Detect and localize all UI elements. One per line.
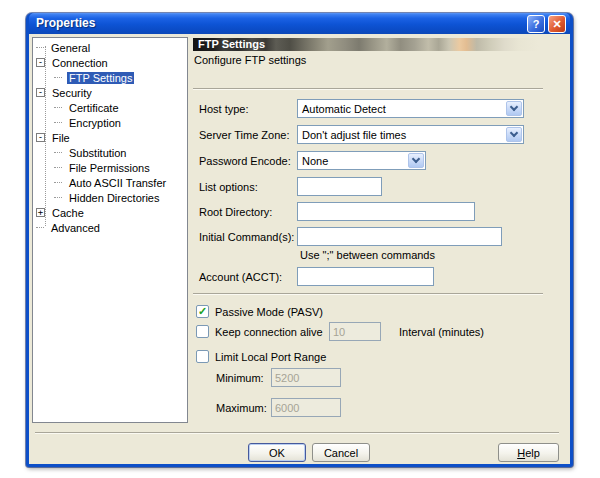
maximum-port-input: [271, 398, 341, 417]
tree-item-hidden-directories[interactable]: Hidden Directories: [33, 190, 187, 205]
tree-item-substitution[interactable]: Substitution: [33, 145, 187, 160]
account-label: Account (ACCT):: [199, 271, 282, 283]
divider: [193, 293, 543, 295]
keep-alive-interval-input: [329, 322, 381, 341]
minimum-port-input: [271, 368, 341, 387]
ok-button[interactable]: OK: [248, 443, 306, 462]
list-options-label: List options:: [199, 181, 258, 193]
list-options-input[interactable]: [297, 177, 382, 196]
tree-dash: [54, 197, 62, 198]
root-directory-label: Root Directory:: [199, 206, 272, 218]
limit-ports-checkbox[interactable]: [196, 350, 209, 363]
passive-mode-checkbox[interactable]: ✓: [196, 305, 209, 318]
collapse-icon[interactable]: -: [36, 133, 45, 142]
settings-tree: General -Connection FTP Settings -Securi…: [32, 37, 188, 423]
host-type-select[interactable]: Automatic Detect: [297, 99, 524, 118]
keep-alive-label: Keep connection alive: [215, 326, 323, 338]
limit-ports-label: Limit Local Port Range: [215, 351, 326, 363]
tree-item-security[interactable]: -Security: [33, 85, 187, 100]
chevron-down-icon[interactable]: [506, 101, 522, 116]
title-bar[interactable]: Properties ? ✕: [29, 13, 570, 34]
host-type-label: Host type:: [199, 103, 249, 115]
account-input[interactable]: [297, 267, 434, 286]
tree-item-file-permissions[interactable]: File Permissions: [33, 160, 187, 175]
keep-alive-checkbox[interactable]: [196, 325, 209, 338]
page-title: FTP Settings: [193, 38, 539, 51]
initial-commands-input[interactable]: [297, 227, 502, 246]
dialog-body: General -Connection FTP Settings -Securi…: [29, 34, 570, 464]
server-time-zone-select[interactable]: Don't adjust file times: [297, 125, 524, 144]
page-subtitle: Configure FTP settings: [194, 54, 306, 66]
divider: [35, 432, 559, 434]
tree-dash: [54, 122, 62, 123]
cancel-button[interactable]: Cancel: [312, 443, 370, 462]
tree-item-cache[interactable]: +Cache: [33, 205, 187, 220]
tree-item-auto-ascii-transfer[interactable]: Auto ASCII Transfer: [33, 175, 187, 190]
chevron-down-icon[interactable]: [408, 153, 424, 168]
window-title: Properties: [36, 16, 95, 30]
maximum-label: Maximum:: [216, 402, 267, 414]
tree-item-encryption[interactable]: Encryption: [33, 115, 187, 130]
tree-dash: [54, 182, 62, 183]
root-directory-input[interactable]: [297, 202, 475, 221]
divider: [193, 88, 543, 90]
initial-commands-hint: Use ";" between commands: [300, 249, 435, 261]
tree-item-general[interactable]: General: [33, 40, 187, 55]
tree-dash: [54, 152, 62, 153]
password-encode-select[interactable]: None: [297, 151, 426, 170]
passive-mode-label: Passive Mode (PASV): [215, 306, 323, 318]
tree-item-ftp-settings[interactable]: FTP Settings: [33, 70, 187, 85]
minimum-label: Minimum:: [216, 372, 264, 384]
tree-dash: [54, 107, 62, 108]
tree-item-file[interactable]: -File: [33, 130, 187, 145]
tree-dash: [54, 77, 62, 78]
tree-item-certificate[interactable]: Certificate: [33, 100, 187, 115]
close-icon[interactable]: ✕: [548, 15, 566, 33]
expand-icon[interactable]: +: [36, 208, 45, 217]
password-encode-label: Password Encode:: [199, 155, 291, 167]
properties-dialog: Properties ? ✕ General -Connection FTP S…: [26, 13, 573, 467]
tree-item-connection[interactable]: -Connection: [33, 55, 187, 70]
help-button[interactable]: Help: [498, 443, 559, 462]
tree-dash: [36, 227, 44, 228]
chevron-down-icon[interactable]: [506, 127, 522, 142]
tree-dash: [36, 47, 44, 48]
interval-minutes-label: Interval (minutes): [399, 326, 484, 338]
tree-item-advanced[interactable]: Advanced: [33, 220, 187, 235]
tree-dash: [54, 167, 62, 168]
initial-commands-label: Initial Command(s):: [199, 231, 294, 243]
collapse-icon[interactable]: -: [36, 58, 45, 67]
collapse-icon[interactable]: -: [36, 88, 45, 97]
server-time-zone-label: Server Time Zone:: [199, 129, 289, 141]
help-icon[interactable]: ?: [527, 15, 545, 33]
